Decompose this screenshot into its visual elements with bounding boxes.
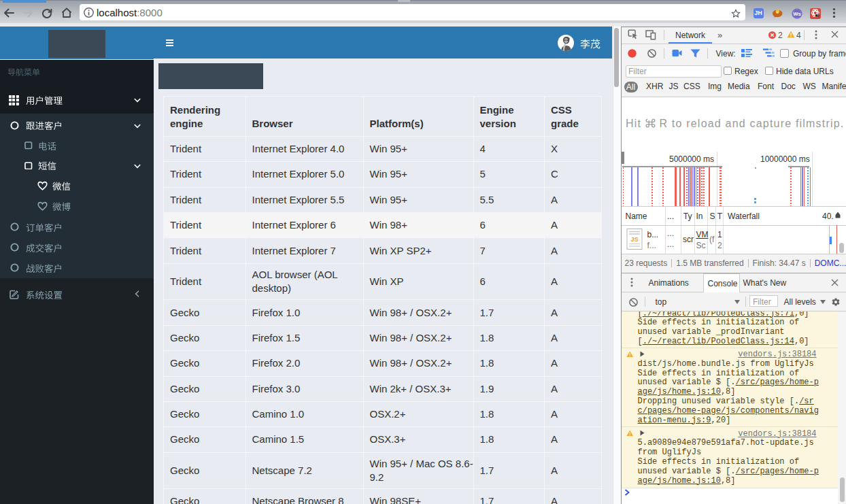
svg-text:JS: JS xyxy=(630,235,639,243)
svg-text:Ws: Ws xyxy=(793,11,800,17)
